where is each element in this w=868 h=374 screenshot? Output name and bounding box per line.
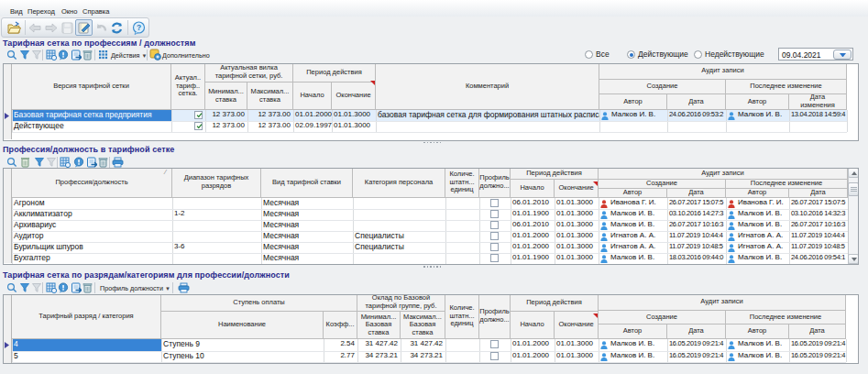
svg-text:?: ?	[137, 23, 141, 32]
